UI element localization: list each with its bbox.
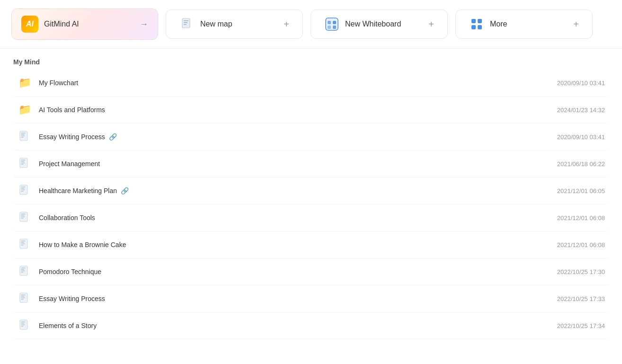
file-date: 2022/10/25 17:34 bbox=[520, 322, 605, 329]
top-bar: AI GitMind AI → New map + bbox=[0, 0, 622, 49]
map-icon bbox=[17, 318, 32, 333]
new-map-plus-icon: + bbox=[284, 19, 289, 30]
map-icon bbox=[17, 156, 32, 171]
file-name: Healthcare Marketing Plan🔗 bbox=[39, 187, 520, 195]
svg-rect-11 bbox=[21, 134, 25, 135]
file-name: Pomodoro Technique bbox=[39, 268, 520, 275]
new-map-card[interactable]: New map + bbox=[166, 9, 303, 39]
file-name: Project Management bbox=[39, 160, 520, 168]
file-name: How to Make a Brownie Cake bbox=[39, 241, 520, 249]
new-whiteboard-label: New Whiteboard bbox=[345, 20, 423, 28]
file-date: 2024/01/23 14:32 bbox=[520, 107, 605, 114]
svg-rect-0 bbox=[182, 18, 190, 28]
map-icon bbox=[17, 183, 32, 198]
file-name: Collaboration Tools bbox=[39, 214, 520, 222]
file-date: 2020/09/10 03:41 bbox=[520, 80, 605, 87]
new-whiteboard-plus-icon: + bbox=[428, 19, 434, 30]
svg-rect-4 bbox=[326, 18, 338, 30]
svg-rect-10 bbox=[21, 133, 26, 133]
svg-rect-2 bbox=[184, 22, 187, 23]
folder-icon: 📁 bbox=[17, 102, 32, 117]
new-whiteboard-icon bbox=[324, 17, 339, 32]
file-row[interactable]: Healthcare Marketing Plan🔗 2021/12/01 06… bbox=[13, 178, 609, 204]
svg-rect-12 bbox=[21, 136, 25, 136]
svg-rect-20 bbox=[21, 187, 26, 187]
file-date: 2021/06/18 06:22 bbox=[520, 160, 605, 168]
svg-rect-8 bbox=[333, 26, 336, 29]
svg-rect-6 bbox=[333, 21, 336, 24]
file-row[interactable]: 📁 AI Tools and Platforms 2024/01/23 14:3… bbox=[13, 97, 609, 124]
svg-rect-37 bbox=[21, 271, 25, 271]
svg-rect-43 bbox=[21, 299, 24, 300]
svg-rect-30 bbox=[21, 241, 26, 241]
svg-rect-38 bbox=[21, 272, 24, 273]
more-plus-icon: + bbox=[573, 19, 579, 30]
map-icon bbox=[17, 291, 32, 306]
file-name: Elements of a Story bbox=[39, 322, 520, 329]
file-name: Essay Writing Process🔗 bbox=[39, 133, 520, 141]
file-row[interactable]: Collaboration Tools 2021/12/01 06:08 bbox=[13, 204, 609, 231]
section-title: My Mind bbox=[13, 58, 609, 66]
more-icon bbox=[469, 17, 484, 32]
svg-rect-13 bbox=[21, 137, 24, 138]
svg-rect-22 bbox=[21, 190, 25, 190]
svg-rect-28 bbox=[21, 218, 24, 219]
new-whiteboard-card[interactable]: New Whiteboard + bbox=[311, 9, 448, 39]
svg-rect-15 bbox=[21, 160, 26, 160]
svg-rect-33 bbox=[21, 245, 24, 246]
file-row[interactable]: 📁 My Flowchart 2020/09/10 03:41 bbox=[13, 70, 609, 97]
file-row[interactable]: Essay Writing Process 2022/10/25 17:33 bbox=[13, 285, 609, 312]
svg-rect-3 bbox=[184, 24, 187, 25]
file-date: 2022/10/25 17:33 bbox=[520, 295, 605, 302]
svg-rect-16 bbox=[21, 161, 25, 162]
file-date: 2021/12/01 06:08 bbox=[520, 214, 605, 222]
map-icon bbox=[17, 264, 32, 279]
file-row[interactable]: Pomodoro Technique 2022/10/25 17:30 bbox=[13, 258, 609, 285]
gitmind-logo: AI bbox=[21, 16, 38, 33]
file-list: 📁 My Flowchart 2020/09/10 03:41 📁 AI Too… bbox=[13, 70, 609, 339]
main-content: My Mind 📁 My Flowchart 2020/09/10 03:41 … bbox=[0, 49, 622, 349]
svg-rect-21 bbox=[21, 188, 25, 189]
svg-rect-35 bbox=[21, 268, 26, 268]
file-date: 2021/12/01 06:08 bbox=[520, 241, 605, 249]
svg-rect-23 bbox=[21, 191, 24, 192]
file-row[interactable]: Elements of a Story 2022/10/25 17:34 bbox=[13, 312, 609, 339]
map-icon bbox=[17, 129, 32, 144]
svg-rect-45 bbox=[21, 322, 26, 322]
svg-rect-27 bbox=[21, 217, 25, 217]
file-row[interactable]: Project Management 2021/06/18 06:22 bbox=[13, 151, 609, 178]
file-row[interactable]: Essay Writing Process🔗 2020/09/10 03:41 bbox=[13, 124, 609, 151]
svg-rect-17 bbox=[21, 163, 25, 163]
file-date: 2020/09/10 03:41 bbox=[520, 133, 605, 141]
svg-rect-46 bbox=[21, 323, 25, 324]
file-name: My Flowchart bbox=[39, 79, 520, 87]
arrow-icon: → bbox=[140, 19, 148, 29]
file-date: 2021/12/01 06:05 bbox=[520, 187, 605, 195]
svg-rect-47 bbox=[21, 325, 25, 325]
svg-rect-7 bbox=[328, 26, 331, 29]
svg-rect-31 bbox=[21, 242, 25, 243]
gitmind-ai-card[interactable]: AI GitMind AI → bbox=[11, 9, 158, 40]
file-name: AI Tools and Platforms bbox=[39, 106, 520, 114]
file-row[interactable]: How to Make a Brownie Cake 2021/12/01 06… bbox=[13, 231, 609, 258]
gitmind-title: GitMind AI bbox=[44, 20, 79, 28]
svg-rect-36 bbox=[21, 269, 25, 270]
svg-rect-25 bbox=[21, 214, 26, 214]
new-map-label: New map bbox=[200, 20, 278, 28]
svg-rect-41 bbox=[21, 296, 25, 297]
share-icon: 🔗 bbox=[121, 187, 129, 195]
share-icon: 🔗 bbox=[109, 133, 117, 141]
svg-rect-26 bbox=[21, 215, 25, 216]
svg-rect-40 bbox=[21, 295, 26, 295]
svg-rect-18 bbox=[21, 164, 24, 165]
file-name: Essay Writing Process bbox=[39, 295, 520, 302]
more-card[interactable]: More + bbox=[455, 9, 593, 39]
gitmind-left: AI GitMind AI bbox=[21, 16, 79, 33]
map-icon bbox=[17, 237, 32, 252]
svg-rect-1 bbox=[184, 20, 188, 21]
new-map-icon bbox=[179, 17, 195, 32]
svg-rect-32 bbox=[21, 244, 25, 244]
folder-icon: 📁 bbox=[17, 75, 32, 90]
svg-rect-5 bbox=[328, 21, 331, 24]
svg-rect-42 bbox=[21, 298, 25, 298]
